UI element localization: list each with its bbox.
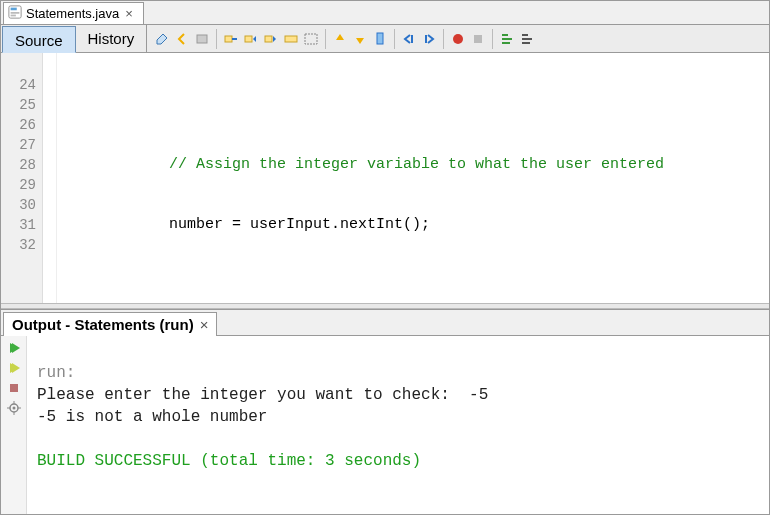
uncomment-icon[interactable] (518, 30, 536, 48)
stop-icon[interactable] (6, 380, 22, 396)
next-bookmark-icon[interactable] (351, 30, 369, 48)
output-gutter (1, 336, 27, 514)
file-tab-statements[interactable]: Statements.java × (3, 2, 144, 24)
svg-rect-9 (305, 34, 317, 44)
rerun-alt-icon[interactable] (6, 360, 22, 376)
output-panel: Output - Statements (run) × run: Please … (1, 309, 769, 514)
toggle-bookmark-icon[interactable] (371, 30, 389, 48)
forward-icon[interactable] (193, 30, 211, 48)
line-number: 31 (1, 215, 36, 235)
settings-icon[interactable] (6, 400, 22, 416)
prev-bookmark-icon[interactable] (331, 30, 349, 48)
console-line: BUILD SUCCESSFUL (total time: 3 seconds) (37, 452, 421, 470)
code-line (61, 95, 769, 115)
svg-point-23 (12, 407, 15, 410)
close-icon[interactable]: × (200, 316, 209, 333)
line-number (1, 55, 36, 75)
code-line (61, 275, 769, 295)
line-number: 28 (1, 155, 36, 175)
svg-point-13 (453, 34, 463, 44)
comment-icon[interactable] (498, 30, 516, 48)
svg-rect-2 (11, 12, 20, 14)
view-tab-source[interactable]: Source (2, 26, 76, 53)
java-file-icon (8, 5, 22, 22)
toolbar-icons (147, 25, 542, 52)
svg-rect-3 (11, 15, 16, 17)
separator (216, 29, 217, 49)
separator (492, 29, 493, 49)
output-body: run: Please enter the integer you want t… (1, 336, 769, 514)
output-tab-label: Output - Statements (run) (12, 316, 194, 333)
line-number: 25 (1, 95, 36, 115)
line-number: 32 (1, 235, 36, 255)
code-area[interactable]: // Assign the integer variable to what t… (57, 53, 769, 303)
line-number-gutter: 24 25 26 27 28 29 30 31 32 (1, 53, 43, 303)
toggle-highlight-icon[interactable] (282, 30, 300, 48)
code-line: // Assign the integer variable to what t… (61, 155, 769, 175)
svg-rect-21 (10, 384, 18, 392)
svg-rect-5 (225, 36, 232, 42)
separator (394, 29, 395, 49)
line-number: 24 (1, 75, 36, 95)
svg-rect-7 (265, 36, 272, 42)
selection-mode-icon[interactable] (302, 30, 320, 48)
svg-rect-4 (197, 35, 207, 43)
line-number: 29 (1, 175, 36, 195)
console-output[interactable]: run: Please enter the integer you want t… (27, 336, 769, 514)
code-editor[interactable]: 24 25 26 27 28 29 30 31 32 // Assign the… (1, 53, 769, 303)
back-icon[interactable] (173, 30, 191, 48)
svg-rect-10 (377, 33, 383, 44)
separator (325, 29, 326, 49)
view-tab-history[interactable]: History (76, 25, 148, 52)
output-tab-strip: Output - Statements (run) × (1, 310, 769, 336)
line-number: 26 (1, 115, 36, 135)
svg-rect-14 (474, 35, 482, 43)
file-tab-label: Statements.java (26, 6, 119, 21)
console-line: run: (37, 364, 75, 382)
separator (443, 29, 444, 49)
svg-rect-6 (245, 36, 252, 42)
stop-macro-icon[interactable] (469, 30, 487, 48)
find-selection-icon[interactable] (222, 30, 240, 48)
line-number: 30 (1, 195, 36, 215)
line-number: 27 (1, 135, 36, 155)
shift-left-icon[interactable] (400, 30, 418, 48)
shift-right-icon[interactable] (420, 30, 438, 48)
start-macro-icon[interactable] (449, 30, 467, 48)
fold-strip (43, 53, 57, 303)
find-next-icon[interactable] (262, 30, 280, 48)
console-line: -5 is not a whole number (37, 408, 267, 426)
file-tab-strip: Statements.java × (1, 1, 769, 25)
close-icon[interactable]: × (123, 6, 135, 21)
find-prev-icon[interactable] (242, 30, 260, 48)
svg-rect-1 (11, 8, 17, 11)
svg-rect-8 (285, 36, 297, 42)
editor-sub-toolbar: Source History (1, 25, 769, 53)
code-line: number = userInput.nextInt(); (61, 215, 769, 235)
output-tab[interactable]: Output - Statements (run) × (3, 312, 217, 336)
console-line: Please enter the integer you want to che… (37, 386, 488, 404)
last-edit-icon[interactable] (153, 30, 171, 48)
rerun-icon[interactable] (6, 340, 22, 356)
